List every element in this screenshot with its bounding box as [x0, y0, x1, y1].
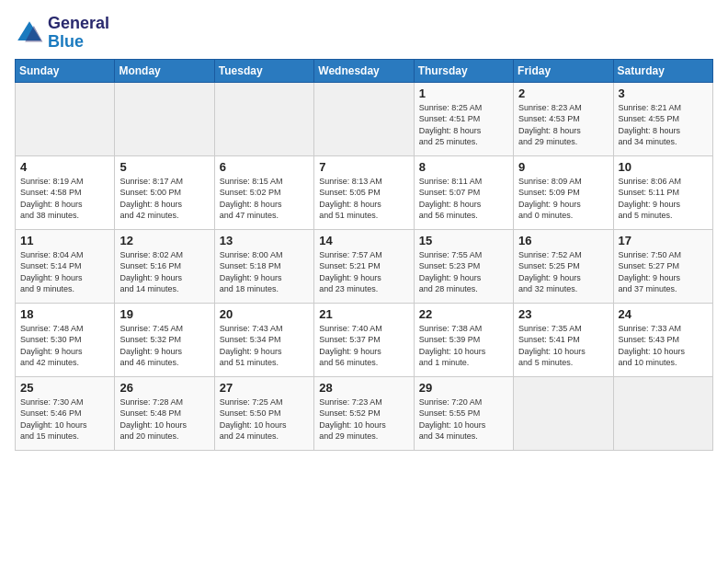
calendar-cell — [314, 82, 414, 155]
logo-icon — [15, 18, 44, 48]
calendar-cell: 27Sunrise: 7:25 AMSunset: 5:50 PMDayligh… — [214, 376, 313, 450]
day-info: Sunrise: 8:02 AMSunset: 5:16 PMDaylight:… — [119, 249, 209, 295]
day-info: Sunrise: 8:15 AMSunset: 5:02 PMDaylight:… — [220, 176, 309, 222]
day-number: 10 — [619, 160, 708, 174]
calendar-cell: 26Sunrise: 7:28 AMSunset: 5:48 PMDayligh… — [115, 376, 214, 450]
day-number: 26 — [119, 381, 209, 395]
day-info: Sunrise: 8:11 AMSunset: 5:07 PMDaylight:… — [419, 176, 508, 222]
calendar-table: SundayMondayTuesdayWednesdayThursdayFrid… — [15, 59, 713, 451]
calendar-header-row: SundayMondayTuesdayWednesdayThursdayFrid… — [16, 59, 713, 82]
calendar-cell: 7Sunrise: 8:13 AMSunset: 5:05 PMDaylight… — [314, 155, 414, 229]
day-number: 20 — [220, 307, 309, 321]
day-info: Sunrise: 7:33 AMSunset: 5:43 PMDaylight:… — [619, 323, 708, 369]
calendar-cell: 5Sunrise: 8:17 AMSunset: 5:00 PMDaylight… — [115, 155, 214, 229]
calendar-cell: 24Sunrise: 7:33 AMSunset: 5:43 PMDayligh… — [613, 303, 712, 376]
calendar-cell: 12Sunrise: 8:02 AMSunset: 5:16 PMDayligh… — [115, 229, 214, 303]
calendar-cell: 20Sunrise: 7:43 AMSunset: 5:34 PMDayligh… — [214, 303, 313, 376]
day-info: Sunrise: 7:35 AMSunset: 5:41 PMDaylight:… — [518, 323, 608, 369]
calendar-cell: 23Sunrise: 7:35 AMSunset: 5:41 PMDayligh… — [514, 303, 613, 376]
day-number: 4 — [20, 160, 109, 174]
day-info: Sunrise: 7:43 AMSunset: 5:34 PMDaylight:… — [220, 323, 309, 369]
day-number: 9 — [518, 160, 608, 174]
day-info: Sunrise: 8:04 AMSunset: 5:14 PMDaylight:… — [20, 249, 109, 295]
calendar-week-row: 25Sunrise: 7:30 AMSunset: 5:46 PMDayligh… — [16, 376, 713, 450]
calendar-cell: 19Sunrise: 7:45 AMSunset: 5:32 PMDayligh… — [115, 303, 214, 376]
day-info: Sunrise: 7:55 AMSunset: 5:23 PMDaylight:… — [419, 249, 508, 295]
calendar-cell: 6Sunrise: 8:15 AMSunset: 5:02 PMDaylight… — [214, 155, 313, 229]
calendar-cell: 1Sunrise: 8:25 AMSunset: 4:51 PMDaylight… — [414, 82, 513, 155]
calendar-cell: 4Sunrise: 8:19 AMSunset: 4:58 PMDaylight… — [16, 155, 115, 229]
day-number: 21 — [319, 307, 408, 321]
calendar-cell — [613, 376, 712, 450]
day-info: Sunrise: 7:40 AMSunset: 5:37 PMDaylight:… — [319, 323, 408, 369]
day-number: 24 — [619, 307, 708, 321]
day-header-saturday: Saturday — [613, 59, 712, 82]
day-header-sunday: Sunday — [16, 59, 115, 82]
calendar-cell — [214, 82, 313, 155]
day-header-friday: Friday — [514, 59, 613, 82]
day-number: 23 — [518, 307, 608, 321]
calendar-cell — [16, 82, 115, 155]
calendar-cell: 9Sunrise: 8:09 AMSunset: 5:09 PMDaylight… — [514, 155, 613, 229]
day-number: 25 — [20, 381, 109, 395]
day-number: 15 — [419, 234, 508, 247]
calendar-cell — [115, 82, 214, 155]
calendar-week-row: 4Sunrise: 8:19 AMSunset: 4:58 PMDaylight… — [16, 155, 713, 229]
day-number: 14 — [319, 234, 408, 247]
day-number: 27 — [220, 381, 309, 395]
day-number: 12 — [119, 234, 209, 247]
day-header-tuesday: Tuesday — [214, 59, 313, 82]
day-info: Sunrise: 7:52 AMSunset: 5:25 PMDaylight:… — [518, 249, 608, 295]
day-info: Sunrise: 7:25 AMSunset: 5:50 PMDaylight:… — [220, 396, 309, 442]
day-info: Sunrise: 8:25 AMSunset: 4:51 PMDaylight:… — [419, 102, 508, 148]
calendar-cell: 17Sunrise: 7:50 AMSunset: 5:27 PMDayligh… — [613, 229, 712, 303]
day-info: Sunrise: 7:23 AMSunset: 5:52 PMDaylight:… — [319, 396, 408, 442]
day-number: 17 — [619, 234, 708, 247]
day-number: 13 — [220, 234, 309, 247]
day-info: Sunrise: 7:50 AMSunset: 5:27 PMDaylight:… — [619, 249, 708, 295]
day-info: Sunrise: 7:45 AMSunset: 5:32 PMDaylight:… — [119, 323, 209, 369]
calendar-cell: 22Sunrise: 7:38 AMSunset: 5:39 PMDayligh… — [414, 303, 513, 376]
day-number: 16 — [518, 234, 608, 247]
calendar-cell: 8Sunrise: 8:11 AMSunset: 5:07 PMDaylight… — [414, 155, 513, 229]
day-info: Sunrise: 7:28 AMSunset: 5:48 PMDaylight:… — [119, 396, 209, 442]
day-info: Sunrise: 7:57 AMSunset: 5:21 PMDaylight:… — [319, 249, 408, 295]
day-info: Sunrise: 7:30 AMSunset: 5:46 PMDaylight:… — [20, 396, 109, 442]
calendar-cell: 14Sunrise: 7:57 AMSunset: 5:21 PMDayligh… — [314, 229, 414, 303]
day-header-wednesday: Wednesday — [314, 59, 414, 82]
calendar-cell: 11Sunrise: 8:04 AMSunset: 5:14 PMDayligh… — [16, 229, 115, 303]
calendar-cell: 13Sunrise: 8:00 AMSunset: 5:18 PMDayligh… — [214, 229, 313, 303]
day-info: Sunrise: 8:17 AMSunset: 5:00 PMDaylight:… — [119, 176, 209, 222]
day-number: 1 — [419, 86, 508, 100]
calendar-cell: 18Sunrise: 7:48 AMSunset: 5:30 PMDayligh… — [16, 303, 115, 376]
day-number: 22 — [419, 307, 508, 321]
day-number: 3 — [619, 86, 708, 100]
day-number: 7 — [319, 160, 408, 174]
day-number: 28 — [319, 381, 408, 395]
calendar-cell: 28Sunrise: 7:23 AMSunset: 5:52 PMDayligh… — [314, 376, 414, 450]
day-number: 2 — [518, 86, 608, 100]
day-number: 8 — [419, 160, 508, 174]
day-info: Sunrise: 7:20 AMSunset: 5:55 PMDaylight:… — [419, 396, 508, 442]
calendar-week-row: 18Sunrise: 7:48 AMSunset: 5:30 PMDayligh… — [16, 303, 713, 376]
day-info: Sunrise: 7:48 AMSunset: 5:30 PMDaylight:… — [20, 323, 109, 369]
calendar-cell: 16Sunrise: 7:52 AMSunset: 5:25 PMDayligh… — [514, 229, 613, 303]
day-number: 29 — [419, 381, 508, 395]
calendar-cell: 29Sunrise: 7:20 AMSunset: 5:55 PMDayligh… — [414, 376, 513, 450]
day-number: 11 — [20, 234, 109, 247]
day-info: Sunrise: 8:19 AMSunset: 4:58 PMDaylight:… — [20, 176, 109, 222]
day-number: 5 — [119, 160, 209, 174]
day-header-monday: Monday — [115, 59, 214, 82]
day-header-thursday: Thursday — [414, 59, 513, 82]
day-info: Sunrise: 8:13 AMSunset: 5:05 PMDaylight:… — [319, 176, 408, 222]
calendar-cell: 15Sunrise: 7:55 AMSunset: 5:23 PMDayligh… — [414, 229, 513, 303]
day-info: Sunrise: 8:09 AMSunset: 5:09 PMDaylight:… — [518, 176, 608, 222]
day-info: Sunrise: 8:21 AMSunset: 4:55 PMDaylight:… — [619, 102, 708, 148]
day-info: Sunrise: 8:06 AMSunset: 5:11 PMDaylight:… — [619, 176, 708, 222]
calendar-cell: 2Sunrise: 8:23 AMSunset: 4:53 PMDaylight… — [514, 82, 613, 155]
header: General Blue — [15, 15, 713, 52]
day-number: 6 — [220, 160, 309, 174]
calendar-cell: 21Sunrise: 7:40 AMSunset: 5:37 PMDayligh… — [314, 303, 414, 376]
calendar-cell: 25Sunrise: 7:30 AMSunset: 5:46 PMDayligh… — [16, 376, 115, 450]
day-info: Sunrise: 8:00 AMSunset: 5:18 PMDaylight:… — [220, 249, 309, 295]
